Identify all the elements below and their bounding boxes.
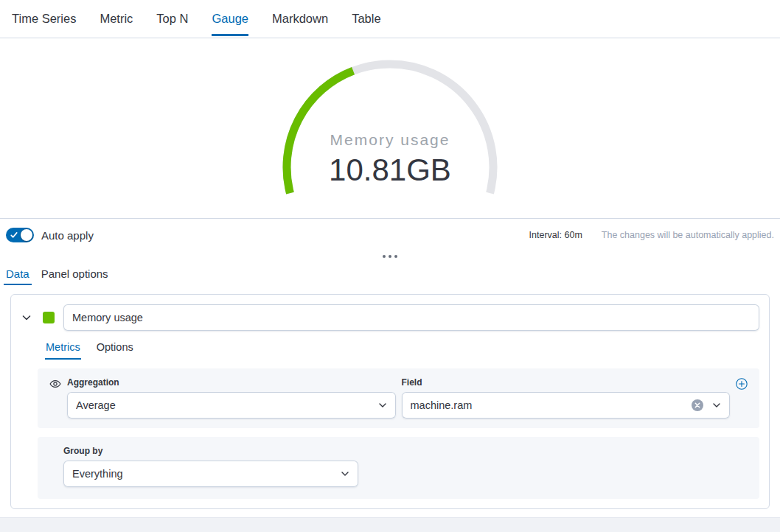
- aggregation-label: Aggregation: [67, 377, 396, 388]
- chevron-down-icon: [341, 469, 349, 478]
- handle-dot: [383, 255, 386, 258]
- metric-visibility-button[interactable]: [49, 378, 61, 390]
- visualization-type-tabs: Time Series Metric Top N Gauge Markdown …: [0, 0, 780, 38]
- toggle-thumb: [21, 229, 32, 241]
- add-metric-button[interactable]: [736, 378, 748, 390]
- tab-markdown[interactable]: Markdown: [260, 0, 340, 38]
- tsvb-editor: Time Series Metric Top N Gauge Markdown …: [0, 0, 780, 532]
- series-label-input[interactable]: [63, 304, 759, 331]
- chevron-down-icon: [21, 312, 32, 323]
- aggregation-select[interactable]: Average: [67, 392, 396, 419]
- group-by-value: Everything: [72, 468, 123, 480]
- gauge: Memory usage 10.81GB: [279, 57, 501, 200]
- clear-field-button[interactable]: [691, 399, 704, 412]
- auto-apply-toolbar: Auto apply Interval: 60m The changes wil…: [0, 218, 780, 251]
- group-by-row: Group by Everything: [38, 437, 759, 499]
- tab-table[interactable]: Table: [340, 0, 392, 38]
- check-icon: [10, 231, 18, 239]
- tab-options[interactable]: Options: [96, 341, 134, 360]
- tab-time-series[interactable]: Time Series: [0, 0, 88, 38]
- tab-top-n[interactable]: Top N: [144, 0, 200, 38]
- gauge-value: 10.81GB: [279, 153, 501, 188]
- field-value: machine.ram: [411, 399, 473, 411]
- field-label: Field: [402, 377, 731, 388]
- field-combobox[interactable]: machine.ram: [402, 392, 731, 419]
- tab-data[interactable]: Data: [0, 262, 35, 286]
- bottom-scroll-strip: [0, 517, 780, 532]
- gauge-preview-panel: Memory usage 10.81GB: [0, 38, 780, 218]
- field-field-group: Field machine.ram: [402, 377, 731, 419]
- tab-panel-options[interactable]: Panel options: [35, 262, 114, 286]
- auto-apply-control: Auto apply: [6, 228, 94, 242]
- series-collapse-button[interactable]: [21, 312, 32, 323]
- interval-label: Interval: 60m: [529, 230, 582, 240]
- auto-apply-toggle[interactable]: [6, 228, 34, 242]
- editor-tabs: Data Panel options: [0, 262, 780, 286]
- plus-in-circle-icon: [736, 378, 748, 390]
- auto-apply-label: Auto apply: [41, 229, 94, 242]
- series-header-row: [21, 304, 759, 331]
- aggregation-field-group: Aggregation Average: [67, 377, 396, 419]
- tab-gauge[interactable]: Gauge: [200, 0, 260, 38]
- series-card: Metrics Options Aggregation Average: [10, 294, 770, 509]
- aggregation-value: Average: [76, 399, 116, 411]
- tab-metric[interactable]: Metric: [88, 0, 144, 38]
- handle-dot: [389, 255, 391, 258]
- gauge-series-label: Memory usage: [279, 130, 501, 150]
- eye-icon: [49, 378, 61, 390]
- series-editor: Metrics Options Aggregation Average: [0, 286, 780, 517]
- auto-apply-hint: The changes will be automatically applie…: [602, 230, 774, 240]
- group-by-select[interactable]: Everything: [63, 461, 358, 487]
- series-tabs: Metrics Options: [45, 341, 759, 360]
- panel-resize-row: [0, 251, 780, 262]
- metric-row: Aggregation Average Field machine.ram: [38, 368, 759, 428]
- resize-handle-icon[interactable]: [375, 252, 405, 261]
- chevron-down-icon: [378, 401, 387, 410]
- cross-in-circle-icon: [691, 399, 704, 412]
- chevron-down-icon: [712, 401, 721, 410]
- tab-metrics[interactable]: Metrics: [45, 341, 81, 360]
- handle-dot: [394, 255, 397, 258]
- toolbar-status: Interval: 60m The changes will be automa…: [529, 230, 774, 240]
- series-color-swatch[interactable]: [43, 312, 55, 323]
- group-by-label: Group by: [63, 446, 748, 456]
